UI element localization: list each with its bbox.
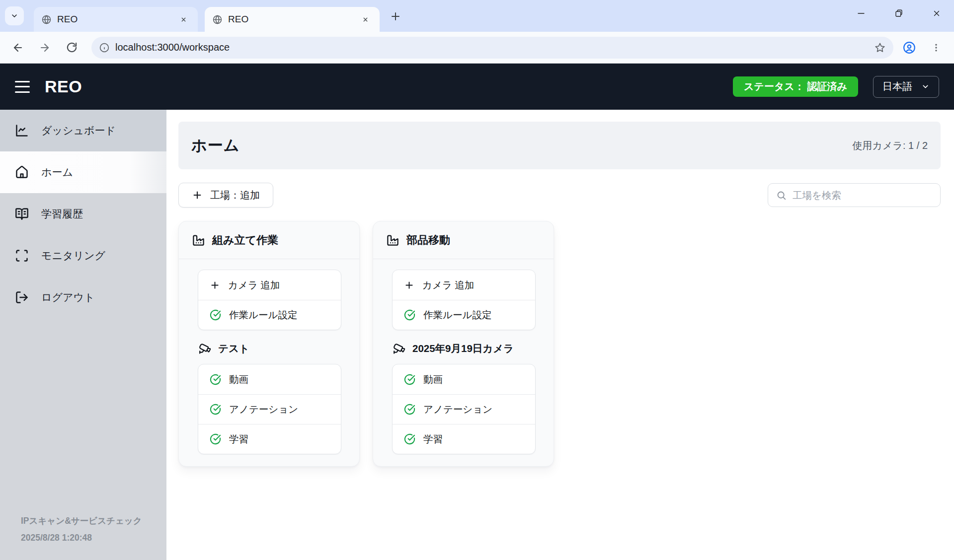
tab-search-button[interactable] xyxy=(5,6,24,25)
factory-search-box[interactable] xyxy=(768,183,941,207)
work-rule-setting-label: 作業ルール設定 xyxy=(423,308,491,322)
book-open-icon xyxy=(15,207,29,221)
factory-card-parts-move: 部品移動 カメラ 追加 作業ルール設定 xyxy=(373,221,554,467)
tab-close-icon[interactable] xyxy=(177,13,190,26)
check-circle-icon xyxy=(404,404,415,415)
step-learning[interactable]: 学習 xyxy=(198,424,341,454)
step-label: アノテーション xyxy=(229,403,298,416)
window-close-button[interactable] xyxy=(931,8,942,19)
plus-icon xyxy=(210,280,220,290)
search-input[interactable] xyxy=(793,190,932,201)
logout-icon xyxy=(15,290,29,304)
back-arrow-icon xyxy=(12,42,24,54)
browser-tab-strip: REO REO xyxy=(0,0,954,32)
plus-icon xyxy=(390,10,401,22)
check-circle-icon xyxy=(210,433,221,445)
sidebar-item-home[interactable]: ホーム xyxy=(0,151,166,193)
tab-reo-2-active[interactable]: REO xyxy=(205,7,380,32)
language-selector[interactable]: 日本語 xyxy=(873,76,939,98)
profile-avatar-icon xyxy=(903,41,916,54)
check-circle-icon xyxy=(404,374,415,385)
add-factory-label: 工場：追加 xyxy=(210,189,260,202)
last-check-timestamp: 2025/8/28 1:20:48 xyxy=(21,533,142,543)
add-camera-button[interactable]: カメラ 追加 xyxy=(393,270,535,300)
camera-steps-box: 動画 アノテーション 学習 xyxy=(198,364,341,454)
three-dot-menu-icon xyxy=(931,43,941,53)
window-minimize-button[interactable] xyxy=(856,8,867,19)
bookmark-star-icon[interactable] xyxy=(874,42,885,53)
status-badge: ステータス： 認証済み xyxy=(733,76,858,97)
sidebar-item-label: ダッシュボード xyxy=(41,124,116,138)
camera-name-row: テスト xyxy=(198,342,341,355)
forward-arrow-icon xyxy=(39,42,51,54)
sidebar-item-label: ホーム xyxy=(41,165,73,179)
app-logo[interactable]: REO xyxy=(45,77,82,96)
tab-close-icon[interactable] xyxy=(359,13,372,26)
tab-reo-1[interactable]: REO xyxy=(34,7,198,32)
step-annotation[interactable]: アノテーション xyxy=(393,394,535,424)
search-icon xyxy=(776,190,787,201)
sidebar-item-learning-history[interactable]: 学習履歴 xyxy=(0,193,166,235)
site-info-icon[interactable] xyxy=(99,43,109,53)
work-rule-setting-button[interactable]: 作業ルール設定 xyxy=(198,300,341,330)
forward-button[interactable] xyxy=(34,37,56,59)
window-restore-button[interactable] xyxy=(893,8,904,19)
step-label: 動画 xyxy=(229,373,248,386)
scan-frame-icon xyxy=(15,249,29,263)
work-rule-setting-label: 作業ルール設定 xyxy=(229,308,297,322)
step-learning[interactable]: 学習 xyxy=(393,424,535,454)
language-label: 日本語 xyxy=(882,80,912,93)
check-circle-icon xyxy=(210,404,221,415)
step-label: 動画 xyxy=(423,373,443,386)
cctv-camera-icon xyxy=(393,342,406,355)
factory-card-header: 組み立て作業 xyxy=(179,221,359,259)
page-title: ホーム xyxy=(191,135,239,156)
sidebar: ダッシュボード ホーム 学習履歴 モニタリング ログアウト IPスキャン&サービ… xyxy=(0,110,166,560)
add-factory-button[interactable]: 工場：追加 xyxy=(178,183,273,208)
sidebar-item-label: 学習履歴 xyxy=(41,207,83,221)
new-tab-button[interactable] xyxy=(389,9,402,23)
globe-favicon-icon xyxy=(213,15,222,24)
sidebar-item-logout[interactable]: ログアウト xyxy=(0,277,166,318)
factory-actions-box: カメラ 追加 作業ルール設定 xyxy=(392,270,536,330)
factory-name: 組み立て作業 xyxy=(212,233,278,248)
camera-name: 2025年9月19日カメラ xyxy=(412,342,514,355)
factory-actions-box: カメラ 追加 作業ルール設定 xyxy=(198,270,341,330)
factory-icon xyxy=(192,233,205,247)
address-bar[interactable]: localhost:3000/workspace xyxy=(91,37,893,59)
page-header-panel: ホーム 使用カメラ: 1 / 2 xyxy=(178,122,941,169)
hamburger-menu-icon[interactable] xyxy=(15,81,30,93)
browser-menu-button[interactable] xyxy=(925,37,947,59)
sidebar-item-monitoring[interactable]: モニタリング xyxy=(0,235,166,277)
add-camera-label: カメラ 追加 xyxy=(228,279,280,292)
sidebar-footer: IPスキャン&サービスチェック 2025/8/28 1:20:48 xyxy=(21,515,142,543)
step-annotation[interactable]: アノテーション xyxy=(198,394,341,424)
profile-button[interactable] xyxy=(898,37,920,59)
camera-steps-box: 動画 アノテーション 学習 xyxy=(392,364,536,454)
tab-title: REO xyxy=(57,14,171,25)
sidebar-item-dashboard[interactable]: ダッシュボード xyxy=(0,110,166,151)
ip-scan-service-check-label: IPスキャン&サービスチェック xyxy=(21,515,142,527)
add-camera-button[interactable]: カメラ 追加 xyxy=(198,270,341,300)
reload-button[interactable] xyxy=(61,37,82,59)
url-text[interactable]: localhost:3000/workspace xyxy=(115,42,869,53)
step-video[interactable]: 動画 xyxy=(393,364,535,394)
step-label: アノテーション xyxy=(423,403,492,416)
check-circle-icon xyxy=(210,309,221,321)
step-label: 学習 xyxy=(423,432,443,446)
check-circle-icon xyxy=(210,374,221,385)
back-button[interactable] xyxy=(7,37,29,59)
work-rule-setting-button[interactable]: 作業ルール設定 xyxy=(393,300,535,330)
check-circle-icon xyxy=(404,309,415,321)
sidebar-item-label: ログアウト xyxy=(41,290,94,304)
sidebar-item-label: モニタリング xyxy=(41,249,105,263)
main-content: ホーム 使用カメラ: 1 / 2 工場：追加 組み立て作業 xyxy=(166,110,954,560)
home-icon xyxy=(15,165,29,179)
step-video[interactable]: 動画 xyxy=(198,364,341,394)
chevron-down-icon xyxy=(10,12,18,20)
browser-toolbar: localhost:3000/workspace xyxy=(0,32,954,64)
globe-favicon-icon xyxy=(42,15,51,24)
camera-usage-counter: 使用カメラ: 1 / 2 xyxy=(853,139,928,152)
window-controls xyxy=(856,8,942,19)
add-camera-label: カメラ 追加 xyxy=(422,279,474,292)
